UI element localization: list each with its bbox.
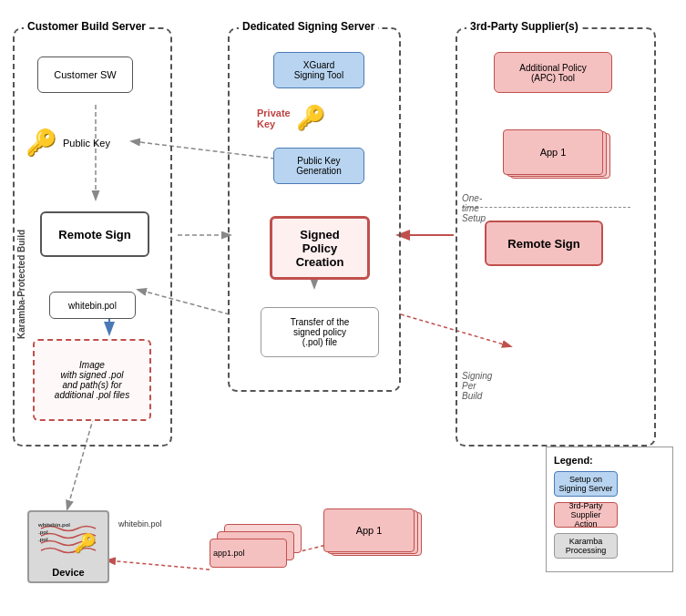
- device-label: Device: [29, 567, 108, 578]
- legend-box-pink: 3rd-Party Supplier Action: [554, 502, 618, 528]
- legend-title: Legend:: [554, 455, 665, 466]
- legend-box-blue: Setup on Signing Server: [554, 471, 618, 497]
- supplier-section-title: 3rd-Party Supplier(s): [466, 20, 582, 33]
- whitebin-pol-box: whitebin.pol: [49, 292, 136, 319]
- device-box: whitebin.pol .pol .pol 🔑 Device: [27, 510, 109, 583]
- device-key-icon: 🔑: [74, 532, 97, 554]
- diagram: Customer Build Server Customer SW 🔑 Publ…: [0, 0, 686, 616]
- svg-line-8: [108, 560, 210, 570]
- bottom-app1pol: app1.pol: [210, 539, 287, 568]
- signed-policy-box: Signed Policy Creation: [270, 216, 370, 280]
- public-key-label: Public Key: [63, 138, 110, 149]
- svg-text:.pol: .pol: [38, 529, 48, 535]
- key-icon: 🔑: [26, 128, 57, 158]
- remote-sign-box-supplier: Remote Sign: [485, 221, 603, 266]
- transfer-box: Transfer of the signed policy (.pol) fil…: [261, 307, 379, 357]
- public-key-gen-box: Public Key Generation: [273, 148, 364, 184]
- image-box: Image with signed .pol and path(s) for a…: [33, 339, 151, 421]
- xguard-box: XGuard Signing Tool: [273, 52, 364, 88]
- karamba-label: Karamba-Protected Build: [16, 193, 26, 375]
- legend-item-2: Karamba Processing: [554, 533, 665, 559]
- supplier-section: 3rd-Party Supplier(s) Additional Policy …: [456, 27, 656, 447]
- customer-section: Customer Build Server Customer SW 🔑 Publ…: [13, 27, 172, 447]
- bottom-whitebin: whitebin.pol: [118, 519, 162, 529]
- legend-item-0: Setup on Signing Server: [554, 471, 665, 497]
- legend: Legend: Setup on Signing Server 3rd-Part…: [546, 447, 673, 572]
- customer-sw-box: Customer SW: [37, 56, 133, 93]
- private-key-area: PrivateKey 🔑: [257, 104, 325, 132]
- customer-section-title: Customer Build Server: [24, 20, 149, 33]
- remote-sign-box-customer: Remote Sign: [40, 211, 149, 257]
- legend-box-gray: Karamba Processing: [554, 533, 618, 559]
- signing-section-title: Dedicated Signing Server: [239, 20, 378, 33]
- public-key-area: 🔑 Public Key: [26, 128, 110, 158]
- apc-tool-box: Additional Policy (APC) Tool: [494, 52, 612, 93]
- private-key-label: PrivateKey: [257, 108, 291, 129]
- private-key-icon: 🔑: [296, 104, 325, 132]
- svg-text:.pol: .pol: [38, 537, 48, 542]
- legend-item-1: 3rd-Party Supplier Action: [554, 502, 665, 528]
- signing-section: Dedicated Signing Server XGuard Signing …: [228, 27, 401, 392]
- svg-text:whitebin.pol: whitebin.pol: [37, 522, 70, 528]
